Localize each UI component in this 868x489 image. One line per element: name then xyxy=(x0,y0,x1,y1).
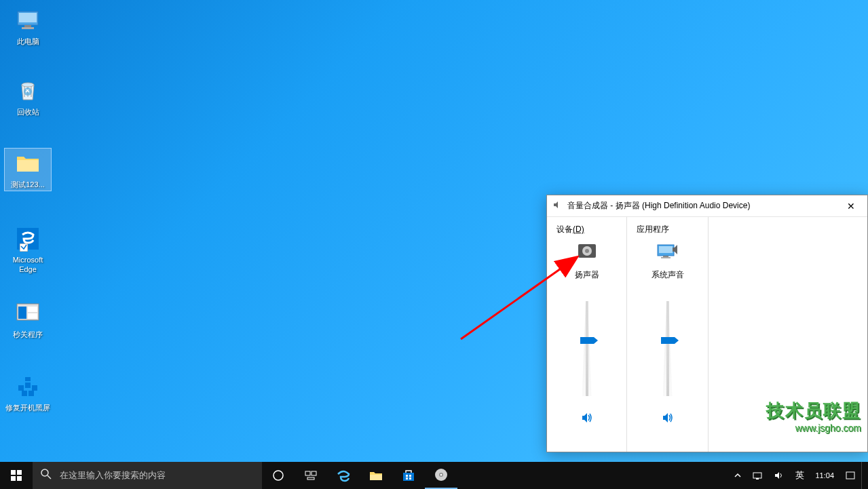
svg-rect-36 xyxy=(307,477,314,480)
tray-chevron-icon[interactable] xyxy=(729,462,747,489)
task-view-button[interactable] xyxy=(295,462,327,489)
svg-rect-41 xyxy=(409,477,411,480)
svg-rect-47 xyxy=(846,472,854,479)
store-taskbar-icon xyxy=(401,468,416,483)
svg-rect-10 xyxy=(28,307,37,312)
svg-point-33 xyxy=(273,471,283,480)
speaker-volume-slider[interactable] xyxy=(581,301,593,396)
speaker-label: 扬声器 xyxy=(575,269,599,281)
speaker-device-icon[interactable] xyxy=(575,242,599,260)
tray-network-icon[interactable] xyxy=(747,462,768,489)
svg-rect-13 xyxy=(25,383,31,388)
this-pc-icon xyxy=(14,7,41,34)
svg-rect-24 xyxy=(659,246,673,253)
recycle-bin-icon xyxy=(14,77,41,104)
mixer-content: 设备(D) 扬声器 xyxy=(547,217,867,452)
svg-rect-17 xyxy=(25,377,31,381)
system-sounds-icon[interactable] xyxy=(656,242,680,260)
system-sounds-label: 系统声音 xyxy=(652,269,684,281)
device-section: 设备(D) 扬声器 xyxy=(547,217,627,452)
system-sounds-item: 系统声音 xyxy=(627,242,708,426)
taskbar-explorer-button[interactable] xyxy=(360,462,392,489)
taskbar-running-app[interactable] xyxy=(425,462,457,489)
cortana-icon xyxy=(272,469,284,482)
search-icon xyxy=(41,469,52,482)
window-close-button[interactable]: ✕ xyxy=(837,196,865,216)
svg-rect-16 xyxy=(29,391,34,396)
svg-rect-14 xyxy=(32,385,37,391)
disc-icon xyxy=(434,467,449,482)
empty-section xyxy=(709,217,867,452)
svg-rect-11 xyxy=(28,313,37,319)
desktop[interactable]: 此电脑 回收站 测试123... xyxy=(0,0,868,462)
svg-rect-26 xyxy=(661,257,671,258)
svg-rect-35 xyxy=(312,471,316,475)
apps-section: 应用程序 系统声音 xyxy=(627,217,709,452)
svg-rect-40 xyxy=(406,477,408,480)
svg-rect-29 xyxy=(11,476,16,481)
start-button[interactable] xyxy=(0,462,33,489)
tray-volume-icon[interactable] xyxy=(768,462,790,489)
svg-rect-25 xyxy=(663,256,668,257)
test-folder-label: 测试123... xyxy=(11,180,45,189)
edge-taskbar-icon xyxy=(335,467,352,484)
taskbar-store-button[interactable] xyxy=(392,462,425,489)
window-title: 音量合成器 - 扬声器 (High Definition Audio Devic… xyxy=(567,200,837,212)
svg-rect-34 xyxy=(305,471,310,475)
search-placeholder: 在这里输入你要搜索的内容 xyxy=(60,469,166,482)
edge-icon xyxy=(14,225,41,252)
speaker-mute-button[interactable] xyxy=(579,410,595,426)
close-program-label: 秒关程序 xyxy=(13,330,43,339)
desktop-icon-this-pc[interactable]: 此电脑 xyxy=(4,5,52,47)
svg-point-44 xyxy=(440,474,442,476)
recycle-bin-label: 回收站 xyxy=(17,107,39,117)
svg-rect-30 xyxy=(17,476,22,481)
close-program-icon xyxy=(14,300,41,327)
search-box[interactable]: 在这里输入你要搜索的内容 xyxy=(33,462,262,489)
desktop-icon-test-folder[interactable]: 测试123... xyxy=(4,148,52,191)
system-sounds-volume-slider[interactable] xyxy=(662,301,674,396)
svg-rect-1 xyxy=(19,13,37,22)
tray-ime-icon[interactable]: 英 xyxy=(790,462,810,489)
svg-rect-15 xyxy=(22,391,27,396)
svg-rect-46 xyxy=(756,478,759,480)
svg-rect-7 xyxy=(20,243,28,252)
system-tray: 英 11:04 xyxy=(729,462,868,489)
desktop-icon-edge[interactable]: Microsoft Edge xyxy=(4,224,52,276)
svg-rect-39 xyxy=(409,475,411,477)
desktop-icon-repair-boot[interactable]: 修复开机黑屏 xyxy=(4,372,52,414)
repair-boot-icon xyxy=(14,373,41,400)
svg-rect-37 xyxy=(370,475,382,480)
svg-rect-12 xyxy=(18,385,24,391)
window-titlebar[interactable]: 音量合成器 - 扬声器 (High Definition Audio Devic… xyxy=(547,195,867,217)
device-section-header: 设备(D) xyxy=(547,224,626,242)
repair-boot-label: 修复开机黑屏 xyxy=(5,403,50,412)
desktop-icon-recycle-bin[interactable]: 回收站 xyxy=(4,76,52,118)
folder-icon xyxy=(14,150,41,177)
svg-rect-2 xyxy=(24,25,31,27)
folder-taskbar-icon xyxy=(369,468,383,483)
cortana-button[interactable] xyxy=(262,462,295,489)
tray-notifications-icon[interactable] xyxy=(839,462,861,489)
svg-rect-3 xyxy=(22,27,34,29)
this-pc-label: 此电脑 xyxy=(17,37,39,46)
svg-point-22 xyxy=(585,249,589,253)
show-desktop-button[interactable] xyxy=(861,462,865,489)
volume-window-icon xyxy=(552,200,562,212)
speaker-device-item: 扬声器 xyxy=(547,242,626,426)
windows-logo-icon xyxy=(11,470,22,481)
tray-clock[interactable]: 11:04 xyxy=(810,471,839,480)
svg-point-31 xyxy=(41,469,48,476)
svg-rect-9 xyxy=(18,307,26,319)
svg-point-4 xyxy=(22,83,34,87)
apps-section-header: 应用程序 xyxy=(627,224,708,242)
svg-line-32 xyxy=(48,475,51,479)
desktop-icon-close-program[interactable]: 秒关程序 xyxy=(4,298,52,340)
volume-mixer-window: 音量合成器 - 扬声器 (High Definition Audio Devic… xyxy=(546,195,868,452)
taskbar: 在这里输入你要搜索的内容 xyxy=(0,462,868,489)
system-sounds-mute-button[interactable] xyxy=(660,410,676,426)
taskbar-edge-button[interactable] xyxy=(327,462,360,489)
task-view-icon xyxy=(305,469,317,482)
svg-rect-38 xyxy=(406,475,408,477)
svg-rect-45 xyxy=(753,473,761,478)
